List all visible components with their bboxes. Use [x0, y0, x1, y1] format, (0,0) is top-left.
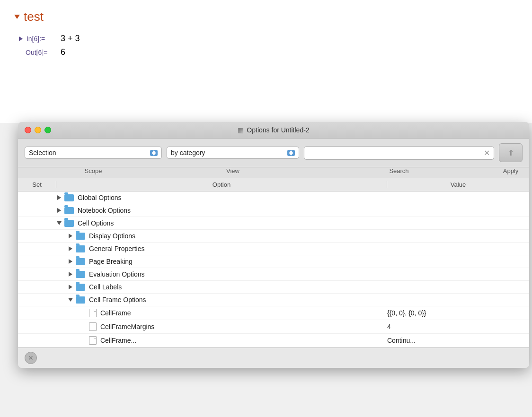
item-name: Cell Options — [78, 219, 114, 227]
folder-icon — [76, 245, 85, 252]
item-name: Evaluation Options — [89, 270, 145, 278]
search-box[interactable]: ✕ — [304, 146, 494, 160]
view-selector[interactable]: by category — [167, 147, 299, 159]
folder-icon — [76, 296, 85, 304]
value-col: Continu... — [387, 337, 529, 344]
group-collapse-arrow[interactable] — [14, 15, 20, 19]
view-column-label: View — [167, 167, 299, 174]
tree-indent: Cell Labels — [56, 283, 387, 291]
folder-icon — [76, 233, 85, 240]
expand-arrow[interactable] — [67, 271, 74, 278]
tree-row[interactable]: Evaluation Options — [18, 268, 529, 281]
tree-indent: Cell Options — [56, 219, 387, 227]
expand-arrow[interactable] — [67, 245, 74, 252]
output-value: 6 — [61, 47, 65, 57]
expand-arrow[interactable] — [67, 284, 74, 290]
expand-arrow[interactable] — [67, 233, 74, 239]
dialog-title: ▦ Options for Untitled-2 — [238, 126, 309, 134]
expand-arrow[interactable] — [56, 207, 62, 214]
tree-content: Global OptionsNotebook OptionsCell Optio… — [18, 191, 529, 348]
tree-row[interactable]: Cell Frame Options — [18, 294, 529, 306]
tree-row[interactable]: Global Options — [18, 191, 529, 204]
doc-icon — [89, 309, 97, 317]
tree-indent: Page Breaking — [56, 258, 387, 265]
item-name: Global Options — [78, 194, 122, 201]
tree-row[interactable]: General Properties — [18, 243, 529, 255]
value-col: 4 — [387, 323, 529, 330]
input-content: 3 + 3 — [61, 34, 80, 43]
expand-arrow[interactable] — [56, 220, 62, 226]
dialog-titlebar: ▦ Options for Untitled-2 — [18, 122, 529, 139]
tree-row[interactable]: CellFrame...Continu... — [18, 334, 529, 348]
group-header: test — [14, 9, 518, 24]
traffic-lights — [25, 127, 51, 133]
tree-row[interactable]: Display Options — [18, 230, 529, 243]
tree-row[interactable]: Cell Options — [18, 217, 529, 230]
scope-stepper[interactable] — [150, 150, 158, 156]
group-title: test — [24, 9, 44, 24]
view-label: by category — [171, 149, 284, 156]
folder-icon — [64, 207, 74, 214]
item-name: CellFrameMargins — [100, 323, 154, 330]
tree-row[interactable]: CellFrame{{0, 0}, {0, 0}} — [18, 306, 529, 320]
tree-indent: General Properties — [56, 245, 387, 252]
scope-label: Selection — [29, 149, 147, 156]
tree-row[interactable]: CellFrameMargins4 — [18, 320, 529, 334]
cell-expand-arrow[interactable] — [19, 36, 23, 41]
expand-arrow[interactable] — [67, 258, 74, 265]
item-name: Notebook Options — [78, 207, 131, 214]
folder-icon — [76, 258, 85, 265]
tree-indent: Display Options — [56, 232, 387, 240]
folder-icon — [76, 271, 85, 278]
item-name: Cell Labels — [89, 283, 122, 291]
view-stepper-up[interactable] — [289, 150, 293, 153]
expand-arrow[interactable] — [79, 310, 85, 316]
folder-icon — [76, 284, 85, 291]
doc-icon — [89, 322, 97, 331]
options-dialog: ▦ Options for Untitled-2 Selection by ca… — [18, 122, 529, 368]
scope-stepper-down[interactable] — [152, 153, 156, 156]
expand-arrow[interactable] — [67, 296, 74, 303]
tree-indent: Cell Frame Options — [56, 296, 387, 304]
input-cell: In[6]:= 3 + 3 — [14, 34, 518, 43]
close-button[interactable] — [25, 127, 31, 133]
minimize-button[interactable] — [35, 127, 41, 133]
view-stepper[interactable] — [287, 150, 295, 156]
item-name: Cell Frame Options — [89, 296, 146, 304]
notebook-area: test In[6]:= 3 + 3 Out[6]= 6 — [0, 0, 532, 123]
tree-row[interactable]: Cell Labels — [18, 281, 529, 294]
scope-stepper-up[interactable] — [152, 150, 156, 153]
doc-icon — [89, 336, 97, 345]
search-column-label: Search — [304, 167, 494, 174]
col-value-header: Value — [387, 181, 529, 188]
item-name: General Properties — [89, 245, 145, 252]
expand-arrow[interactable] — [79, 323, 85, 330]
tree-row[interactable]: Page Breaking — [18, 255, 529, 268]
tree-indent: Global Options — [56, 194, 387, 201]
dialog-toolbar: Selection by category ✕ ⇑ — [18, 139, 529, 167]
tree-indent: CellFrame... — [56, 336, 387, 345]
tree-indent: Evaluation Options — [56, 270, 387, 278]
tree-indent: Notebook Options — [56, 207, 387, 214]
search-clear-icon[interactable]: ✕ — [484, 148, 490, 157]
search-input[interactable] — [308, 149, 484, 156]
value-col: {{0, 0}, {0, 0}} — [387, 309, 529, 317]
apply-button[interactable]: ⇑ — [499, 143, 523, 162]
view-stepper-down[interactable] — [289, 153, 293, 156]
folder-icon — [64, 220, 74, 227]
expand-arrow[interactable] — [79, 337, 85, 344]
scope-selector[interactable]: Selection — [25, 147, 162, 159]
toolbar-labels: Scope View Search Apply — [18, 167, 529, 178]
title-icon: ▦ — [238, 126, 244, 134]
tree-row[interactable]: Notebook Options — [18, 204, 529, 217]
item-name: CellFrame — [100, 309, 131, 317]
maximize-button[interactable] — [44, 127, 51, 133]
apply-column-label: Apply — [499, 167, 523, 174]
expand-arrow[interactable] — [56, 194, 62, 201]
input-label: In[6]:= — [19, 35, 57, 43]
col-set-header: Set — [18, 181, 56, 188]
item-name: Display Options — [89, 232, 135, 240]
folder-icon — [64, 194, 74, 201]
col-option-header: Option — [56, 181, 387, 188]
bottom-close-button[interactable]: ✕ — [25, 352, 37, 364]
